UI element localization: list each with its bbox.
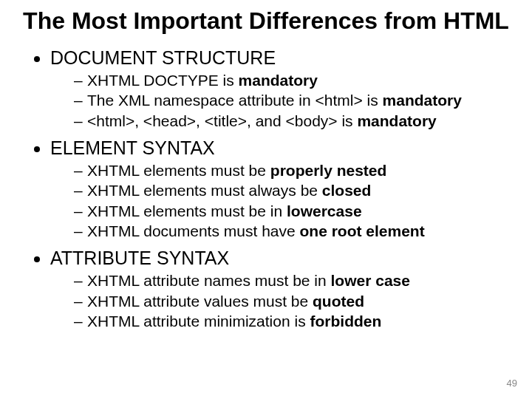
item-text: XHTML elements must be in (87, 202, 287, 219)
list-item: XHTML DOCTYPE is mandatory (74, 71, 510, 90)
item-bold: mandatory (239, 72, 318, 89)
section-heading-text: DOCUMENT STRUCTURE (50, 47, 276, 68)
item-text: <html>, <head>, <title>, and <body> is (87, 112, 357, 129)
section-heading-text: ELEMENT SYNTAX (50, 137, 215, 158)
list-item: <html>, <head>, <title>, and <body> is m… (74, 112, 510, 131)
item-text: XHTML DOCTYPE is (87, 72, 239, 89)
item-bold: lower case (331, 272, 410, 289)
sub-list: XHTML DOCTYPE is mandatory The XML names… (50, 71, 510, 131)
item-bold: quoted (313, 293, 364, 310)
section-heading: ELEMENT SYNTAX XHTML elements must be pr… (50, 137, 510, 241)
list-item: XHTML attribute values must be quoted (74, 292, 510, 311)
item-bold: properly nested (270, 162, 387, 179)
item-text: The XML namespace attribute in <html> is (87, 92, 383, 109)
section-heading: DOCUMENT STRUCTURE XHTML DOCTYPE is mand… (50, 47, 510, 131)
item-text: XHTML elements must be (87, 162, 270, 179)
sub-list: XHTML attribute names must be in lower c… (50, 271, 510, 331)
slide: The Most Important Differences from HTML… (0, 0, 532, 399)
page-number: 49 (507, 378, 517, 389)
list-item: XHTML attribute minimization is forbidde… (74, 312, 510, 331)
list-item: XHTML elements must be in lowercase (74, 202, 510, 221)
item-text: XHTML documents must have (87, 222, 300, 239)
item-text: XHTML attribute minimization is (87, 313, 310, 330)
slide-title: The Most Important Differences from HTML (22, 7, 510, 35)
section-heading-text: ATTRIBUTE SYNTAX (50, 248, 229, 268)
item-bold: mandatory (357, 112, 436, 129)
item-bold: closed (322, 182, 372, 199)
sub-list: XHTML elements must be properly nested X… (50, 161, 510, 241)
item-text: XHTML attribute names must be in (87, 272, 331, 289)
list-item: XHTML elements must always be closed (74, 181, 510, 200)
item-bold: one root element (300, 222, 425, 239)
list-item: XHTML documents must have one root eleme… (74, 222, 510, 241)
item-bold: lowercase (287, 202, 362, 219)
list-item: XHTML attribute names must be in lower c… (74, 271, 510, 290)
list-item: The XML namespace attribute in <html> is… (74, 91, 510, 110)
item-text: XHTML elements must always be (87, 182, 322, 199)
section-heading: ATTRIBUTE SYNTAX XHTML attribute names m… (50, 247, 510, 331)
bullet-list-top: DOCUMENT STRUCTURE XHTML DOCTYPE is mand… (28, 47, 510, 331)
item-bold: mandatory (383, 92, 462, 109)
item-bold: forbidden (310, 313, 381, 330)
list-item: XHTML elements must be properly nested (74, 161, 510, 180)
item-text: XHTML attribute values must be (87, 293, 313, 310)
